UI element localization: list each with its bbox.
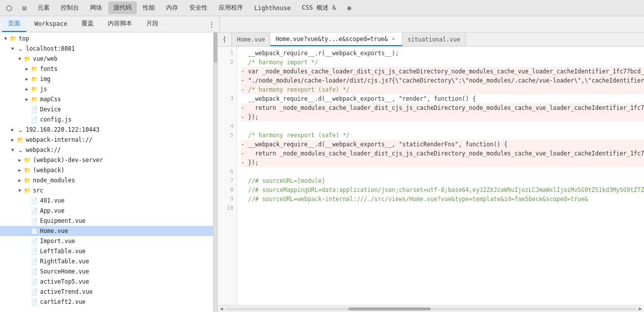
line-marker: - <box>241 158 248 167</box>
tree-item[interactable]: ▼☁webpack:// <box>0 145 213 155</box>
tree-item[interactable]: ▶📁mapCss <box>0 94 213 104</box>
line-number: 2 <box>218 58 236 67</box>
tree-label: LeftTable.vue <box>40 248 86 255</box>
menu-network[interactable]: 网络 <box>85 2 107 14</box>
tab-workspace[interactable]: Workspace <box>28 16 73 32</box>
line-content: __webpack_require__.d(__webpack_exports_… <box>248 140 507 149</box>
tab-close-icon[interactable]: ✕ <box>390 35 397 43</box>
tree-item[interactable]: ▼📁vue/web <box>0 54 213 64</box>
panel-scrollbar[interactable] <box>213 32 217 312</box>
menu-css-overview[interactable]: CSS 概述 & <box>297 2 341 14</box>
panel-scrollbar-thumb[interactable] <box>214 32 217 63</box>
inspect-icon[interactable]: ⊡ <box>17 1 31 15</box>
menu-memory[interactable]: 内存 <box>161 2 183 14</box>
tree-arrow-icon: ▼ <box>16 187 23 194</box>
tree-label: webpack-internal:// <box>26 136 93 143</box>
folder-icon: 📁 <box>30 95 38 103</box>
folder-icon: 📁 <box>23 176 31 184</box>
tree-item[interactable]: 📄Device <box>0 104 213 114</box>
tree-item[interactable]: 📄config.js <box>0 114 213 125</box>
tree-item[interactable]: 📄Import.vue <box>0 236 213 246</box>
scroll-right-arrow[interactable]: ▶ <box>638 305 642 312</box>
tree-item[interactable]: 📄Equipment.vue <box>0 216 213 226</box>
file-icon: 📄 <box>30 207 38 215</box>
code-tab[interactable]: situational.vue <box>402 32 466 46</box>
code-tab-label: Home.vue <box>237 36 265 43</box>
tree-item[interactable]: ▶📁(webpack) <box>0 165 213 175</box>
tab-content-scripts[interactable]: 内容脚本 <box>102 16 138 32</box>
tree-arrow-icon: ▶ <box>23 65 30 72</box>
line-numbers: 12345678910 <box>218 47 237 305</box>
line-marker: - <box>241 112 248 122</box>
line-content: /* harmony import */ <box>248 58 318 67</box>
tree-item[interactable]: 📄SourceHome.vue <box>0 266 213 277</box>
tab-more-icon[interactable]: ⋮ <box>204 18 219 30</box>
menu-console[interactable]: 控制台 <box>56 2 84 14</box>
cloud-folder-icon: ☁ <box>16 126 24 134</box>
line-content: //# sourceURL=[module] <box>248 176 325 185</box>
code-tab[interactable]: Home.vue?vue&ty...e&scoped=true&✕ <box>270 32 402 46</box>
tree-label: Equipment.vue <box>40 217 86 224</box>
menu-security[interactable]: 安全性 <box>184 2 213 14</box>
scrollbar-track[interactable] <box>225 307 637 310</box>
tree-item[interactable]: ▼📁top <box>0 33 213 44</box>
code-line <box>241 204 644 213</box>
tree-item[interactable]: 📄Home.vue <box>0 226 213 236</box>
line-number <box>218 76 236 85</box>
file-icon: 📄 <box>30 298 38 306</box>
tab-overrides[interactable]: 覆盖 <box>75 16 100 32</box>
tree-arrow-icon: ▶ <box>23 75 30 83</box>
sidebar-toggle-icon[interactable]: ⟨ <box>218 32 232 46</box>
more-tabs-icon[interactable]: ⊕ <box>342 1 356 15</box>
menu-sources[interactable]: 源代码 <box>108 2 137 14</box>
menu-elements[interactable]: 元素 <box>32 2 55 14</box>
tree-item[interactable]: ▶📁js <box>0 84 213 94</box>
menu-application[interactable]: 应用程序 <box>214 2 248 14</box>
code-line: -}); <box>241 112 644 122</box>
folder-icon: 📁 <box>30 85 38 93</box>
tree-item[interactable]: 📄activeTop5.vue <box>0 277 213 287</box>
tree-item[interactable]: ▼☁localhost:8081 <box>0 44 213 54</box>
tree-item[interactable]: ▶📁fonts <box>0 64 213 74</box>
file-panel: ▼📁top▼☁localhost:8081▼📁vue/web▶📁fonts▶📁i… <box>0 32 218 312</box>
scroll-left-arrow[interactable]: ◀ <box>220 305 223 312</box>
line-number <box>218 112 236 122</box>
tree-label: js <box>40 86 47 93</box>
tree-label: img <box>40 75 51 83</box>
code-scrollbar[interactable]: ◀ ▶ <box>218 305 644 312</box>
tree-item[interactable]: ▶📁webpack-internal:// <box>0 135 213 145</box>
tab-snippets[interactable]: 片段 <box>140 16 165 32</box>
scrollbar-thumb[interactable] <box>348 307 431 310</box>
tree-arrow-icon: ▶ <box>16 157 23 164</box>
tree-item[interactable]: 📄activeTrend.vue <box>0 287 213 297</box>
tree-item[interactable]: ▼📁src <box>0 185 213 196</box>
line-number <box>218 103 236 112</box>
line-number <box>218 140 236 149</box>
cursor-icon[interactable]: ⬡ <box>2 1 16 15</box>
tree-item[interactable]: 📄App.vue <box>0 206 213 216</box>
tree-item[interactable]: ▶📁node_modules <box>0 175 213 185</box>
line-content: /* harmony reexport (safe) */ <box>248 131 350 140</box>
code-tab[interactable]: Home.vue <box>232 32 270 46</box>
code-content[interactable]: __webpack_require__.r(__webpack_exports_… <box>237 47 644 305</box>
tree-label: node_modules <box>33 177 75 184</box>
tree-item[interactable]: 📄401.vue <box>0 196 213 206</box>
tree-arrow-icon: ▶ <box>16 177 23 184</box>
folder-icon: 📁 <box>23 166 31 174</box>
tree-arrow-placeholder <box>23 298 30 305</box>
tree-label: vue/web <box>33 55 57 62</box>
tree-item[interactable]: ▶📁(webpack)-dev-server <box>0 155 213 165</box>
tree-arrow-placeholder <box>23 197 30 204</box>
menu-lighthouse[interactable]: Lighthouse <box>249 3 296 14</box>
line-number <box>218 149 236 158</box>
menu-performance[interactable]: 性能 <box>138 2 160 14</box>
tab-page[interactable]: 页面 <box>2 16 26 32</box>
tree-item[interactable]: ▶📁img <box>0 74 213 84</box>
tree-item[interactable]: 📄cartLeft2.vue <box>0 297 213 307</box>
line-number: 10 <box>218 204 236 213</box>
tree-item[interactable]: ▶☁192.168.220.122:10443 <box>0 125 213 135</box>
code-panel: ⟨ Home.vueHome.vue?vue&ty...e&scoped=tru… <box>218 32 644 312</box>
tree-item[interactable]: 📄RightTable.vue <box>0 256 213 266</box>
tree-label: 192.168.220.122:10443 <box>26 126 99 133</box>
tree-item[interactable]: 📄LeftTable.vue <box>0 246 213 256</box>
